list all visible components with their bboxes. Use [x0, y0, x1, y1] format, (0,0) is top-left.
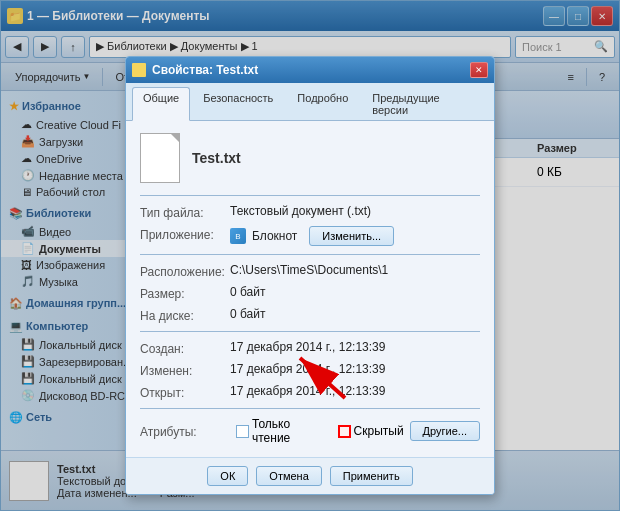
dialog-tabs: Общие Безопасность Подробно Предыдущие в…	[126, 83, 494, 121]
dialog-close-button[interactable]: ✕	[470, 62, 488, 78]
prop-accessed: Открыт: 17 декабря 2014 г., 12:13:39	[140, 384, 480, 400]
prop-size-label: Размер:	[140, 285, 230, 301]
properties-dialog: Свойства: Test.txt ✕ Общие Безопасность …	[125, 56, 495, 495]
preview-file-icon	[140, 133, 180, 183]
dialog-title-icon	[132, 63, 146, 77]
hidden-label: Скрытый	[354, 424, 404, 438]
ok-button[interactable]: ОК	[207, 466, 248, 486]
prop-size-value: 0 байт	[230, 285, 480, 299]
file-preview: Test.txt	[140, 133, 480, 183]
prop-created: Создан: 17 декабря 2014 г., 12:13:39	[140, 340, 480, 356]
preview-filename: Test.txt	[192, 150, 241, 166]
tab-previous[interactable]: Предыдущие версии	[361, 87, 488, 120]
prop-location: Расположение: C:\Users\TimeS\Documents\1	[140, 263, 480, 279]
dialog-footer: ОК Отмена Применить	[126, 457, 494, 494]
readonly-checkbox[interactable]	[236, 425, 249, 438]
prop-type-label: Тип файла:	[140, 204, 230, 220]
prop-type-value: Текстовый документ (.txt)	[230, 204, 480, 218]
prop-modified-value: 17 декабря 2014 г., 12:13:39	[230, 362, 480, 376]
prop-accessed-value: 17 декабря 2014 г., 12:13:39	[230, 384, 480, 398]
dialog-title: Свойства: Test.txt	[152, 63, 470, 77]
dialog-title-bar: Свойства: Test.txt ✕	[126, 57, 494, 83]
prop-size: Размер: 0 байт	[140, 285, 480, 301]
divider-3	[140, 331, 480, 332]
divider-4	[140, 408, 480, 409]
attributes-row: Атрибуты: Только чтение Скрытый Другие..…	[140, 417, 480, 445]
dialog-overlay: Свойства: Test.txt ✕ Общие Безопасность …	[0, 0, 620, 511]
dialog-body: Test.txt Тип файла: Текстовый документ (…	[126, 121, 494, 457]
notepad-icon: B	[230, 228, 246, 244]
attrs-label: Атрибуты:	[140, 423, 230, 439]
prop-created-label: Создан:	[140, 340, 230, 356]
apply-button[interactable]: Применить	[330, 466, 413, 486]
prop-type: Тип файла: Текстовый документ (.txt)	[140, 204, 480, 220]
tab-general[interactable]: Общие	[132, 87, 190, 121]
divider-1	[140, 195, 480, 196]
prop-app: Приложение: B Блокнот Изменить...	[140, 226, 480, 246]
prop-location-value: C:\Users\TimeS\Documents\1	[230, 263, 480, 277]
readonly-checkbox-wrap[interactable]: Только чтение	[236, 417, 332, 445]
prop-disk-label: На диске:	[140, 307, 230, 323]
tab-details[interactable]: Подробно	[286, 87, 359, 120]
prop-app-value: B Блокнот Изменить...	[230, 226, 480, 246]
tab-security[interactable]: Безопасность	[192, 87, 284, 120]
prop-app-label: Приложение:	[140, 226, 230, 242]
hidden-checkbox-wrap[interactable]: Скрытый	[338, 424, 404, 438]
prop-location-label: Расположение:	[140, 263, 230, 279]
prop-modified: Изменен: 17 декабря 2014 г., 12:13:39	[140, 362, 480, 378]
other-attrs-button[interactable]: Другие...	[410, 421, 480, 441]
divider-2	[140, 254, 480, 255]
change-app-button[interactable]: Изменить...	[309, 226, 394, 246]
prop-disk: На диске: 0 байт	[140, 307, 480, 323]
prop-disk-value: 0 байт	[230, 307, 480, 321]
prop-modified-label: Изменен:	[140, 362, 230, 378]
hidden-checkbox[interactable]	[338, 425, 351, 438]
cancel-button[interactable]: Отмена	[256, 466, 321, 486]
prop-created-value: 17 декабря 2014 г., 12:13:39	[230, 340, 480, 354]
app-name: Блокнот	[252, 229, 297, 243]
readonly-label: Только чтение	[252, 417, 332, 445]
prop-accessed-label: Открыт:	[140, 384, 230, 400]
